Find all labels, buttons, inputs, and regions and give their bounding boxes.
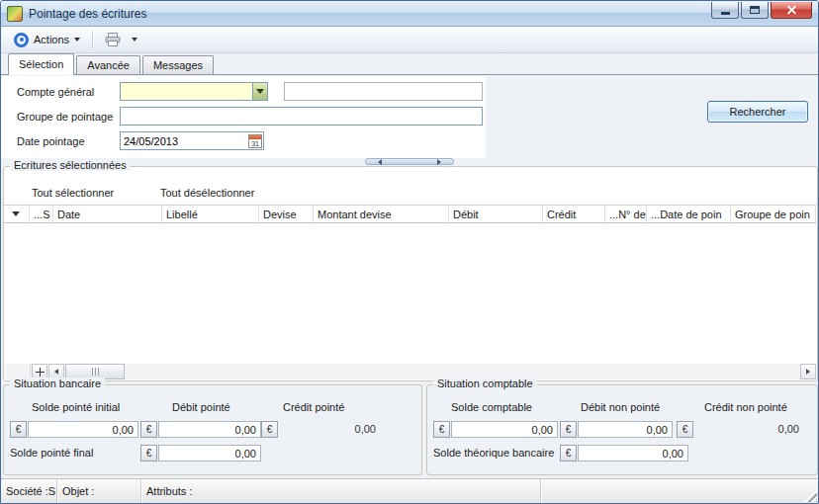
tab-selection[interactable]: Sélection: [8, 53, 74, 75]
ecritures-group: Ecritures sélectionnées Tout sélectionne…: [3, 166, 818, 381]
column-header-s[interactable]: ...S: [30, 206, 53, 222]
calendar-button[interactable]: 31: [247, 132, 263, 149]
currency-button[interactable]: €: [10, 421, 27, 438]
currency-button[interactable]: €: [140, 421, 157, 438]
date-pointage-label: Date pointage: [17, 133, 85, 149]
column-header-libelle[interactable]: Libellé: [162, 206, 259, 222]
credit-non-pointe-value: 0,00: [694, 421, 805, 438]
splitter-handle[interactable]: [365, 158, 454, 165]
groupe-pointage-input[interactable]: [121, 108, 482, 125]
app-icon: [7, 6, 23, 22]
window-title: Pointage des écritures: [29, 7, 711, 21]
solde-theorique-label: Solde théorique bancaire: [433, 447, 554, 459]
close-icon: [785, 5, 797, 15]
column-header-devise[interactable]: Devise: [259, 206, 314, 222]
record-selector-icon: [12, 211, 20, 216]
statusbar: Société :S1 Objet : Attributs :: [1, 478, 818, 503]
situation-bancaire-group: Situation bancaire Solde pointé initial …: [3, 384, 422, 475]
situation-comptable-group: Situation comptable Solde comptable Débi…: [426, 384, 818, 475]
solde-pointe-final-label: Solde pointé final: [10, 447, 93, 459]
print-dropdown-button[interactable]: [128, 29, 140, 50]
solde-pointe-final-value[interactable]: 0,00: [158, 445, 261, 462]
situation-bancaire-title: Situation bancaire: [10, 378, 105, 389]
debit-pointe-value[interactable]: 0,00: [158, 421, 261, 438]
solde-comptable-label: Solde comptable: [451, 401, 532, 413]
chevron-down-icon: [132, 38, 137, 42]
scroll-right-button[interactable]: [800, 364, 816, 379]
compte-general-input[interactable]: [121, 83, 252, 100]
column-header-date-pointage[interactable]: ...Date de poin: [647, 206, 731, 222]
arrow-left-icon: [54, 369, 58, 375]
printer-icon: [105, 33, 121, 46]
compte-general-display: [284, 82, 483, 101]
tab-strip: Sélection Avancée Messages: [1, 53, 818, 75]
app-window: Pointage des écritures Actions Sélection: [0, 0, 819, 504]
compte-general-label: Compte général: [17, 84, 94, 100]
column-header-groupe-pointage[interactable]: Groupe de poin: [731, 206, 816, 222]
currency-button[interactable]: €: [677, 421, 693, 438]
ecritures-group-title: Ecritures sélectionnées: [10, 159, 131, 171]
window-controls: [711, 2, 812, 19]
calendar-icon: 31: [248, 134, 262, 148]
deselect-all-link[interactable]: Tout désélectionner: [160, 187, 254, 199]
toolbar: Actions: [1, 27, 818, 53]
maximize-icon: [750, 6, 760, 14]
minimize-icon: [721, 12, 730, 15]
grid-command-row: Tout sélectionner Tout désélectionner: [4, 187, 817, 203]
minimize-button[interactable]: [711, 2, 739, 19]
date-pointage-input[interactable]: [121, 132, 247, 149]
tab-messages[interactable]: Messages: [142, 55, 214, 75]
groupe-pointage-label: Groupe de pointage: [17, 109, 113, 125]
solde-pointe-initial-value[interactable]: 0,00: [28, 421, 138, 438]
date-pointage-field[interactable]: 31: [120, 131, 264, 150]
titlebar[interactable]: Pointage des écritures: [1, 1, 818, 27]
arrow-right-icon: [806, 369, 810, 375]
horizontal-scrollbar: [5, 364, 816, 379]
record-selector-header[interactable]: [4, 206, 30, 222]
credit-pointe-value: 0,00: [279, 421, 382, 438]
tab-avancee[interactable]: Avancée: [76, 55, 140, 75]
column-header-date[interactable]: Date: [53, 206, 162, 222]
solde-comptable-value[interactable]: 0,00: [451, 421, 558, 438]
maximize-button[interactable]: [741, 2, 769, 19]
collapse-right-icon: [437, 159, 441, 165]
print-button[interactable]: [98, 29, 128, 50]
groupe-pointage-field[interactable]: [120, 107, 483, 126]
situation-comptable-title: Situation comptable: [433, 378, 537, 389]
compte-general-dropdown-button[interactable]: [252, 83, 267, 100]
debit-non-pointe-label: Débit non pointé: [581, 401, 660, 413]
actions-icon: [14, 33, 29, 47]
column-header-credit[interactable]: Crédit: [543, 206, 605, 222]
statusbar-objet: Objet :: [57, 479, 141, 503]
statusbar-societe: Société :S1: [1, 479, 57, 503]
statusbar-attributs: Attributs :: [141, 479, 541, 503]
currency-button[interactable]: €: [433, 421, 450, 438]
grid-header: ...S Date Libellé Devise Montant devise …: [4, 205, 816, 223]
plus-icon: [36, 368, 45, 377]
toolbar-separator: [92, 31, 93, 48]
debit-non-pointe-value[interactable]: 0,00: [578, 421, 673, 438]
select-all-link[interactable]: Tout sélectionner: [32, 187, 114, 199]
rechercher-button[interactable]: Rechercher: [707, 101, 808, 123]
chevron-down-icon: [256, 89, 264, 94]
solde-pointe-initial-label: Solde pointé initial: [32, 401, 120, 413]
column-header-debit[interactable]: Débit: [449, 206, 543, 222]
currency-button[interactable]: €: [261, 421, 278, 438]
solde-theorique-value[interactable]: 0,00: [578, 445, 688, 462]
statusbar-extra: [541, 479, 818, 503]
close-button[interactable]: [771, 2, 812, 19]
grid-body[interactable]: [4, 223, 816, 363]
collapse-left-icon: [378, 159, 382, 165]
credit-non-pointe-label: Crédit non pointé: [704, 401, 787, 413]
compte-general-combo[interactable]: [120, 82, 268, 101]
currency-button[interactable]: €: [560, 421, 577, 438]
actions-button[interactable]: Actions: [7, 29, 87, 50]
debit-pointe-label: Débit pointé: [172, 401, 230, 413]
selection-panel: Compte général Groupe de pointage Date p…: [1, 74, 818, 157]
column-header-numero-pointage[interactable]: ...N° de p: [605, 206, 647, 222]
credit-pointe-label: Crédit pointé: [283, 401, 344, 413]
currency-button[interactable]: €: [560, 445, 577, 462]
column-header-montant-devise[interactable]: Montant devise: [314, 206, 449, 222]
currency-button[interactable]: €: [140, 445, 157, 462]
actions-label: Actions: [34, 34, 69, 45]
